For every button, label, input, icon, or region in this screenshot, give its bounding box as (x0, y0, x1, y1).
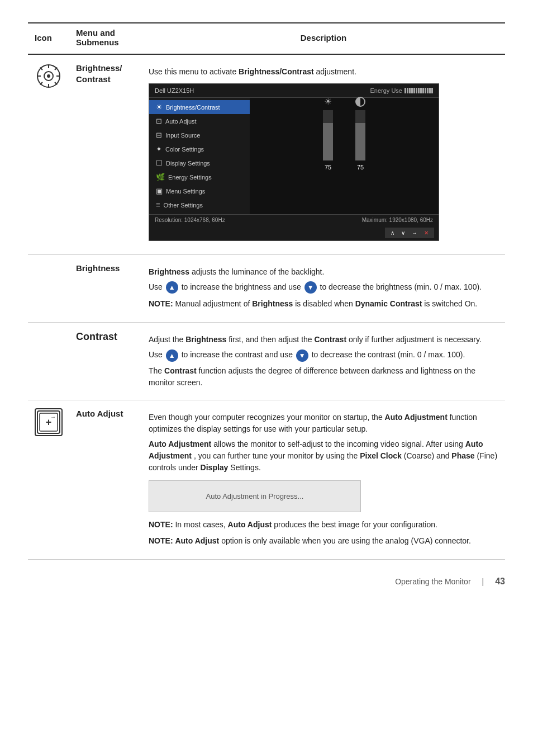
osd-nav-down[interactable]: ∨ (399, 229, 407, 237)
menu-label-contrast: Contrast (76, 331, 117, 342)
brightness-rest1: adjusts the luminance of the backlight. (192, 267, 324, 276)
osd-mockup: Dell UZ2X15H Energy Use (149, 83, 439, 241)
osd-right-panel: ☀ 75 (250, 98, 439, 214)
brightness-note-bold: Brightness (252, 299, 293, 308)
brightness-note-label: NOTE: (149, 299, 173, 308)
brightness-decrease-text: to decrease the brightness (min. 0 / max… (320, 282, 482, 291)
osd-menu-item-input[interactable]: ⊟ Input Source (149, 128, 250, 142)
auto-note1-label: NOTE: (149, 520, 173, 529)
contrast-bold3: Contrast (164, 366, 197, 375)
contrast-desc2: Use ▲ to increase the contrast and use ▼… (149, 349, 498, 361)
contrast-increase-text: to increase the contrast and use (182, 350, 295, 359)
contrast-bold2: Contrast (315, 335, 347, 344)
auto-desc1: Even though your computer recognizes you… (149, 412, 498, 435)
contrast-bold1: Brightness (185, 335, 226, 344)
icon-cell-contrast (28, 323, 69, 400)
osd-sliders: ☀ 75 (255, 103, 433, 171)
auto-desc2: Auto Adjustment allows the monitor to se… (149, 438, 498, 474)
brightness-note-text2: is disabled when (295, 299, 355, 308)
main-table: Icon Menu and Submenus Description (28, 22, 505, 560)
osd-icon-input: ⊟ (156, 131, 162, 139)
desc-contrast: Adjust the Brightness first, and then ad… (142, 323, 505, 400)
osd-brightness-sun-icon: ☀ (324, 96, 332, 107)
osd-menu-item-other[interactable]: ≡ Other Settings (149, 198, 250, 212)
osd-menu: ☀ Brightness/Contrast ⊡ Auto Adjust ⊟ In… (149, 98, 250, 214)
osd-icon-auto: ⊡ (156, 117, 162, 125)
osd-menu-label-auto: Auto Adjust (165, 118, 197, 125)
footer-label: Operating the Monitor (395, 577, 470, 586)
menu-label-brightness: Brightness (76, 263, 120, 273)
osd-energy: Energy Use (370, 87, 433, 94)
osd-contrast-fill (355, 123, 365, 161)
osd-menu-item-menu[interactable]: ▣ Menu Settings (149, 184, 250, 198)
osd-nav-up[interactable]: ∧ (388, 229, 397, 237)
contrast-decrease-text: to decrease the contrast (min. 0 / max. … (312, 350, 465, 359)
osd-menu-item-energy[interactable]: 🌿 Energy Settings (149, 170, 250, 184)
menu-brightness: Brightness (69, 255, 142, 323)
osd-energy-bar (404, 88, 433, 93)
row-contrast: Contrast Adjust the Brightness first, an… (28, 323, 505, 400)
icon-cell-brightness-contrast (28, 54, 69, 255)
osd-contrast-slider: 75 (355, 97, 365, 171)
auto-progress-text: Auto Adjustment in Progress... (206, 492, 304, 500)
up-arrow-btn-brightness[interactable]: ▲ (166, 281, 178, 294)
brightness-note-text: Manual adjustment of (175, 299, 252, 308)
auto-note2: NOTE: Auto Adjust option is only availab… (149, 535, 498, 547)
header-menu: Menu and Submenus (69, 23, 142, 54)
osd-resolution: Resolution: 1024x768, 60Hz (155, 217, 225, 223)
brightness-contrast-icon (35, 63, 62, 89)
row-brightness: Brightness Brightness adjusts the lumina… (28, 255, 505, 323)
osd-menu-label-menu: Menu Settings (166, 188, 205, 195)
down-arrow-btn-contrast[interactable]: ▼ (296, 349, 308, 362)
auto-bold6: Display (201, 463, 229, 472)
osd-energy-label: Energy Use (370, 87, 402, 94)
icon-cell-brightness (28, 255, 69, 323)
auto-adjust-icon-wrapper: + → (35, 408, 63, 436)
page-footer: Operating the Monitor | 43 (28, 571, 505, 587)
brightness-desc1: Brightness adjusts the luminance of the … (149, 266, 498, 278)
auto-note2-bold: Auto Adjust (175, 536, 219, 545)
osd-header: Dell UZ2X15H Energy Use (149, 84, 439, 98)
svg-text:→: → (50, 414, 56, 420)
auto-allows: allows the monitor to self-adjust to the… (213, 440, 465, 448)
auto-even: Even though your computer recognizes you… (149, 413, 385, 422)
osd-nav-right[interactable]: → (410, 229, 420, 237)
contrast-desc1: Adjust the Brightness first, and then ad… (149, 334, 498, 346)
brightness-note: NOTE: Manual adjustment of Brightness is… (149, 298, 498, 310)
osd-menu-item-display[interactable]: ☐ Display Settings (149, 156, 250, 170)
row-brightness-contrast: Brightness/ Contrast Use this menu to ac… (28, 54, 505, 255)
osd-menu-item-color[interactable]: ✦ Color Settings (149, 142, 250, 156)
down-arrow-btn-brightness[interactable]: ▼ (304, 281, 317, 294)
osd-menu-item-auto-adjust[interactable]: ⊡ Auto Adjust (149, 114, 250, 128)
osd-icon-other: ≡ (156, 201, 160, 209)
auto-bold1: Auto Adjustment (385, 413, 448, 422)
page: Icon Menu and Submenus Description (0, 0, 533, 609)
osd-nav-row: ∧ ∨ → ✕ (149, 225, 439, 240)
contrast-function-text: function adjusts the degree of differenc… (149, 366, 475, 387)
auto-note1-text: In most cases, (175, 520, 227, 529)
osd-menu-label-display: Display Settings (166, 160, 210, 167)
up-arrow-btn-contrast[interactable]: ▲ (166, 349, 178, 362)
osd-brightness-slider: ☀ 75 (323, 96, 333, 171)
auto-adjust-progress-box: Auto Adjustment in Progress... (149, 480, 361, 512)
brightness-use: Use (149, 282, 165, 291)
header-icon: Icon (28, 23, 69, 54)
osd-icon-energy: 🌿 (156, 173, 165, 181)
auto-note1-end: produces the best image for your configu… (274, 520, 437, 529)
osd-model: Dell UZ2X15H (155, 87, 194, 94)
footer-separator: | (482, 577, 484, 586)
brightness-note-end: is switched On. (424, 299, 477, 308)
osd-menu-label-other: Other Settings (164, 202, 203, 209)
osd-contrast-half-icon (355, 97, 365, 107)
menu-contrast: Contrast (69, 323, 142, 400)
auto-tune: , you can further tune your monitor by u… (194, 451, 360, 460)
desc-bc-intro: Use this menu to activate Brightness/Con… (149, 66, 498, 78)
osd-nav-close[interactable]: ✕ (422, 229, 431, 237)
auto-adjust-svg: + → (36, 410, 61, 434)
bc-end-text: adjustment. (316, 67, 356, 76)
brightness-desc2: Use ▲ to increase the brightness and use… (149, 281, 498, 294)
contrast-adjust-pre: Adjust the (149, 335, 185, 344)
osd-menu-item-brightness-contrast[interactable]: ☀ Brightness/Contrast (149, 100, 250, 114)
osd-brightness-bar (323, 110, 333, 160)
osd-contrast-bar (355, 110, 365, 160)
